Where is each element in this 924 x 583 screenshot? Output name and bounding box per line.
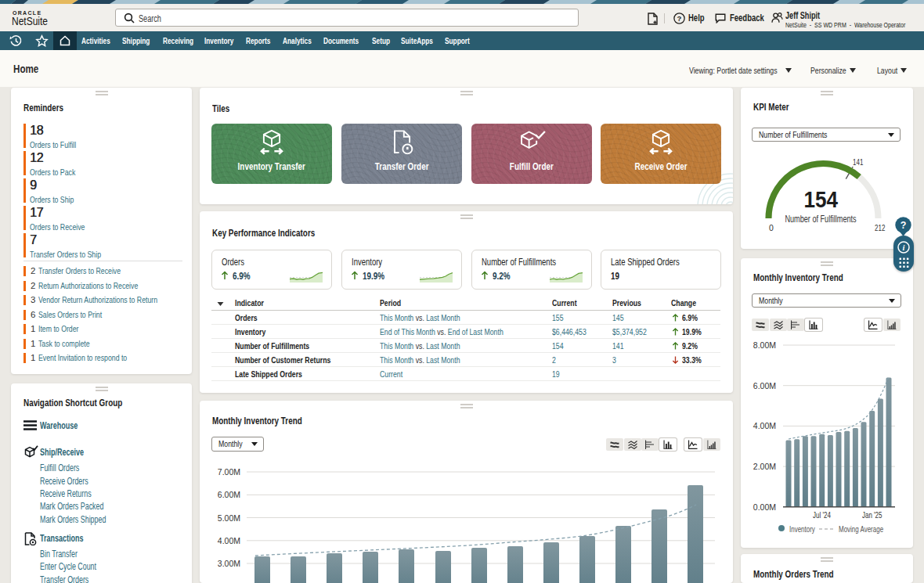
svg-text:?: ?: [901, 220, 907, 231]
svg-text:i: i: [903, 243, 905, 252]
svg-text:?: ?: [677, 14, 682, 23]
